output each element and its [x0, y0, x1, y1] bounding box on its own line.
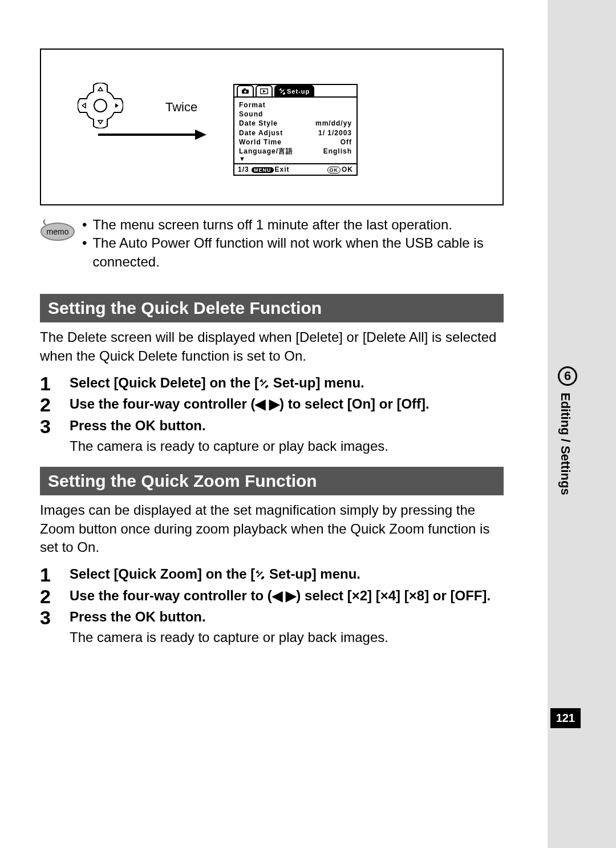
step-number: 2 — [40, 586, 56, 607]
step-text: Press the OK button. — [70, 416, 206, 435]
step-number: 3 — [40, 607, 56, 628]
svg-marker-11 — [263, 90, 266, 93]
svg-marker-1 — [98, 87, 103, 91]
svg-rect-8 — [244, 88, 246, 90]
step: 1 Select [Quick Delete] on the [ Set-up]… — [40, 373, 508, 394]
section-heading-quick-delete: Setting the Quick Delete Function — [40, 294, 504, 322]
step-number: 3 — [40, 416, 56, 437]
page-number: 121 — [550, 708, 581, 728]
section-intro: Images can be displayed at the set magni… — [40, 501, 504, 556]
tools-icon — [255, 570, 265, 580]
lcd-row: Sound — [239, 110, 352, 119]
step-text: Select [Quick Delete] on the [ Set-up] m… — [70, 373, 364, 393]
lcd-row: Format — [239, 100, 352, 110]
page: Twice Set-up — [0, 0, 616, 848]
lcd-body: Format Sound Date Stylemm/dd/yy Date Adj… — [234, 98, 356, 163]
chapter-label: Editing / Settings — [558, 393, 573, 495]
svg-marker-4 — [115, 103, 119, 108]
section-intro: The Delete screen will be displayed when… — [40, 328, 504, 365]
step: 1 Select [Quick Zoom] on the [ Set-up] m… — [40, 564, 508, 585]
ok-pill: OK — [327, 167, 341, 173]
svg-marker-2 — [98, 120, 103, 124]
menu-pill: MENU — [252, 167, 274, 173]
step-text: Select [Quick Zoom] on the [ Set-up] men… — [70, 564, 360, 584]
tools-icon — [279, 88, 286, 95]
svg-point-0 — [94, 99, 107, 112]
step-text: Use the four-way controller to (◀ ▶) sel… — [70, 586, 491, 605]
step-subtext: The camera is ready to capture or play b… — [70, 629, 508, 645]
svg-point-9 — [244, 91, 246, 93]
step-number: 1 — [40, 373, 56, 394]
tools-icon — [259, 378, 269, 389]
chapter-number-badge: 6 — [558, 366, 577, 386]
twice-label: Twice — [165, 100, 197, 115]
lcd-row: World TimeOff — [239, 138, 352, 147]
memo-list: •The menu screen turns off 1 minute afte… — [82, 216, 542, 271]
step: 3 Press the OK button. — [40, 416, 508, 437]
tab-setup-label: Set-up — [287, 88, 310, 95]
content-area: Twice Set-up — [40, 49, 542, 645]
tab-play-icon — [256, 85, 273, 96]
step-text: Press the OK button. — [70, 607, 206, 627]
tab-setup: Set-up — [274, 85, 314, 96]
section-heading-quick-zoom: Setting the Quick Zoom Function — [40, 467, 504, 495]
step: 2 Use the four-way controller (◀ ▶) to s… — [40, 394, 508, 415]
tab-camera-icon — [237, 85, 254, 96]
memo-item: •The menu screen turns off 1 minute afte… — [82, 216, 542, 234]
step-number: 1 — [40, 564, 56, 585]
dpad-icon — [78, 83, 123, 128]
step-text: Use the four-way controller (◀ ▶) to sel… — [70, 394, 429, 414]
diagram-box: Twice Set-up — [40, 49, 504, 205]
scroll-down-icon: ▼ — [239, 156, 352, 162]
lcd-row: Date Adjust1/ 1/2003 — [239, 128, 352, 138]
step: 2 Use the four-way controller to (◀ ▶) s… — [40, 586, 508, 607]
step: 3 Press the OK button. — [40, 607, 508, 628]
svg-marker-6 — [195, 130, 206, 140]
steps-quick-delete: 1 Select [Quick Delete] on the [ Set-up]… — [40, 373, 508, 454]
svg-marker-3 — [82, 103, 86, 108]
lcd-footer: 1/3 MENUExit OKOK — [234, 163, 356, 175]
lcd-row: Language/言語English — [239, 147, 352, 156]
step-number: 2 — [40, 394, 56, 415]
lcd-footer-left: 1/3 MENUExit — [238, 165, 290, 173]
memo-item: •The Auto Power Off function will not wo… — [82, 234, 542, 271]
steps-quick-zoom: 1 Select [Quick Zoom] on the [ Set-up] m… — [40, 564, 508, 645]
step-subtext: The camera is ready to capture or play b… — [70, 438, 508, 454]
memo-icon: memo — [40, 217, 75, 242]
memo-block: memo •The menu screen turns off 1 minute… — [40, 216, 542, 271]
svg-text:memo: memo — [47, 227, 69, 236]
lcd-footer-right: OKOK — [327, 165, 354, 173]
arrow-right-icon — [98, 128, 206, 141]
lcd-screen: Set-up Format Sound Date Stylemm/dd/yy D… — [233, 84, 358, 176]
lcd-row: Date Stylemm/dd/yy — [239, 119, 352, 128]
